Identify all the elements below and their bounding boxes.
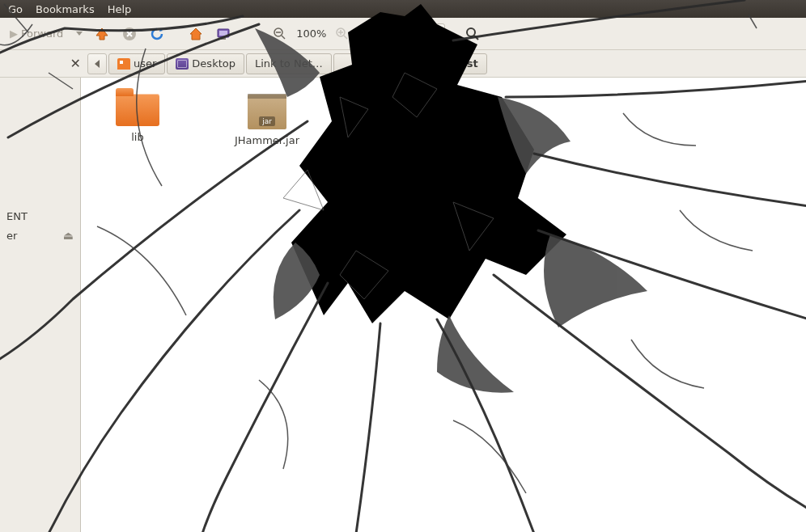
sidebar-item-0[interactable]: ENT bbox=[0, 207, 80, 226]
close-sidebar-icon[interactable]: ✕ bbox=[70, 56, 81, 71]
toolbar: ▶ Forward 100% View bbox=[0, 18, 806, 50]
jar-icon: jar bbox=[248, 94, 286, 129]
file-name: lib bbox=[131, 131, 143, 143]
up-button[interactable] bbox=[91, 23, 113, 45]
crumb-jham[interactable]: JHam… bbox=[389, 53, 445, 74]
svg-line-12 bbox=[474, 36, 478, 40]
view-combo-label: View bbox=[380, 27, 428, 40]
forward-button[interactable]: ▶ Forward bbox=[5, 23, 68, 45]
crumb-label: user bbox=[134, 57, 156, 70]
home-button[interactable] bbox=[185, 23, 207, 45]
svg-line-5 bbox=[282, 36, 285, 39]
desktop-icon bbox=[176, 58, 189, 70]
menu-bookmarks[interactable]: Bookmarks bbox=[31, 2, 100, 17]
path-back-button[interactable] bbox=[87, 53, 107, 74]
window-body: ENT er ⏏ lib jar JHammer.jar bbox=[0, 78, 806, 532]
eject-icon[interactable]: ⏏ bbox=[63, 229, 74, 242]
crumb-link[interactable]: Link to Net… bbox=[246, 53, 332, 74]
crumb-label: Desktop bbox=[192, 57, 235, 70]
search-button[interactable] bbox=[461, 23, 484, 45]
sidebar: ENT er ⏏ bbox=[0, 78, 81, 532]
crumb-user[interactable]: user bbox=[108, 53, 165, 74]
crumb-desktop[interactable]: Desktop bbox=[167, 53, 244, 74]
zoom-in-button[interactable] bbox=[331, 23, 354, 45]
file-item-jar[interactable]: jar JHammer.jar bbox=[227, 94, 308, 146]
sidebar-item-label: ENT bbox=[6, 210, 28, 222]
content-pane[interactable]: lib jar JHammer.jar bbox=[81, 78, 806, 532]
svg-rect-2 bbox=[219, 31, 227, 36]
file-name: JHammer.jar bbox=[235, 134, 299, 146]
zoom-value: 100% bbox=[296, 27, 326, 40]
svg-point-11 bbox=[467, 28, 475, 36]
menubar: Go Bookmarks Help bbox=[0, 0, 806, 18]
crumb-label: dist bbox=[456, 57, 478, 70]
menu-go[interactable]: Go bbox=[3, 2, 28, 17]
svg-rect-3 bbox=[221, 38, 226, 40]
crumb-ava[interactable]: AVA bbox=[333, 53, 388, 74]
crumb-dist[interactable]: dist bbox=[447, 53, 487, 74]
jar-badge: jar bbox=[259, 116, 275, 126]
crumb-label: AVA bbox=[358, 57, 379, 70]
forward-dropdown[interactable] bbox=[73, 32, 86, 36]
forward-icon: ▶ bbox=[10, 27, 18, 40]
forward-label: Forward bbox=[21, 27, 63, 40]
path-row: ✕ user Desktop Link to Net… AVA JHam… di… bbox=[0, 50, 806, 78]
reload-button[interactable] bbox=[146, 23, 168, 45]
file-item-lib[interactable]: lib bbox=[97, 94, 178, 146]
zoom-out-button[interactable] bbox=[269, 23, 291, 45]
svg-line-8 bbox=[344, 36, 347, 39]
crumb-label: JHam… bbox=[398, 57, 436, 70]
computer-button[interactable] bbox=[212, 23, 235, 45]
folder-icon bbox=[116, 94, 159, 126]
sidebar-item-label: er bbox=[6, 230, 17, 242]
view-combo-dropdown[interactable] bbox=[428, 24, 444, 44]
view-combo[interactable]: View bbox=[380, 23, 445, 44]
home-icon bbox=[117, 58, 130, 70]
sidebar-item-1[interactable]: er ⏏ bbox=[0, 226, 80, 245]
crumb-label: Link to Net… bbox=[255, 57, 323, 70]
stop-button[interactable] bbox=[118, 23, 141, 45]
menu-help[interactable]: Help bbox=[103, 2, 137, 17]
